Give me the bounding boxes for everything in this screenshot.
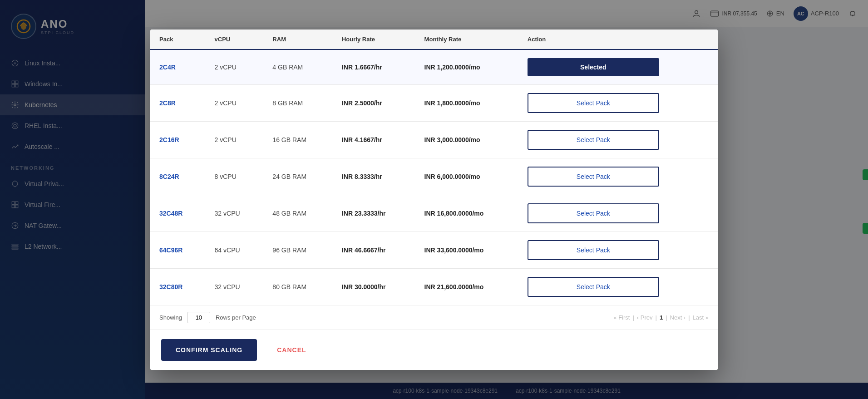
showing-label: Showing: [159, 314, 182, 321]
pack-name-4: 32C48R: [159, 210, 182, 217]
monthly-6: INR 21,600.0000/mo: [424, 283, 484, 291]
selected-button-0[interactable]: Selected: [528, 58, 659, 76]
col-vcpu: vCPU: [206, 30, 264, 49]
table-row: 2C4R 2 vCPU 4 GB RAM INR 1.6667/hr INR 1…: [150, 49, 718, 85]
modal-table-area: Pack vCPU RAM Hourly Rate Monthly Rate A…: [150, 30, 718, 305]
pack-name-0: 2C4R: [159, 64, 176, 71]
vcpu-4: 32 vCPU: [206, 195, 264, 232]
scaling-modal: Pack vCPU RAM Hourly Rate Monthly Rate A…: [150, 30, 718, 370]
table-row: 8C24R 8 vCPU 24 GB RAM INR 8.3333/hr INR…: [150, 158, 718, 195]
confirm-scaling-button[interactable]: CONFIRM SCALING: [161, 339, 257, 361]
table-header-row: Pack vCPU RAM Hourly Rate Monthly Rate A…: [150, 30, 718, 49]
hourly-2: INR 4.1667/hr: [342, 136, 382, 143]
select-pack-button-5[interactable]: Select Pack: [528, 240, 659, 260]
monthly-4: INR 16,800.0000/mo: [424, 210, 484, 217]
monthly-2: INR 3,000.0000/mo: [424, 136, 480, 143]
pack-name-2: 2C16R: [159, 136, 179, 143]
col-pack: Pack: [150, 30, 206, 49]
monthly-0: INR 1,200.0000/mo: [424, 64, 480, 71]
col-hourly: Hourly Rate: [333, 30, 415, 49]
select-pack-button-1[interactable]: Select Pack: [528, 93, 659, 113]
pack-name-6: 32C80R: [159, 283, 182, 291]
pagination-first[interactable]: « First: [613, 314, 630, 321]
hourly-5: INR 46.6667/hr: [342, 246, 386, 254]
select-pack-button-4[interactable]: Select Pack: [528, 203, 659, 223]
hourly-1: INR 2.5000/hr: [342, 99, 382, 107]
ram-0: 4 GB RAM: [263, 49, 333, 85]
ram-1: 8 GB RAM: [263, 84, 333, 121]
select-pack-button-6[interactable]: Select Pack: [528, 277, 659, 297]
pagination-prev[interactable]: ‹ Prev: [637, 314, 653, 321]
ram-5: 96 GB RAM: [263, 232, 333, 268]
pack-name-1: 2C8R: [159, 99, 176, 107]
modal-footer: CONFIRM SCALING CANCEL: [150, 330, 718, 370]
table-row: 2C16R 2 vCPU 16 GB RAM INR 4.1667/hr INR…: [150, 121, 718, 158]
rows-per-page-input[interactable]: [187, 312, 210, 323]
vcpu-0: 2 vCPU: [206, 49, 264, 85]
ram-2: 16 GB RAM: [263, 121, 333, 158]
cancel-button[interactable]: CANCEL: [268, 339, 315, 361]
col-ram: RAM: [263, 30, 333, 49]
vcpu-2: 2 vCPU: [206, 121, 264, 158]
pagination-current: 1: [660, 314, 663, 321]
rows-per-page-label: Rows per Page: [216, 314, 256, 321]
pack-name-5: 64C96R: [159, 246, 182, 254]
hourly-4: INR 23.3333/hr: [342, 210, 386, 217]
packs-table: Pack vCPU RAM Hourly Rate Monthly Rate A…: [150, 30, 718, 305]
vcpu-1: 2 vCPU: [206, 84, 264, 121]
vcpu-5: 64 vCPU: [206, 232, 264, 268]
hourly-6: INR 30.0000/hr: [342, 283, 386, 291]
pagination-next[interactable]: Next ›: [670, 314, 686, 321]
hourly-3: INR 8.3333/hr: [342, 173, 382, 180]
monthly-3: INR 6,000.0000/mo: [424, 173, 480, 180]
table-row: 32C48R 32 vCPU 48 GB RAM INR 23.3333/hr …: [150, 195, 718, 232]
ram-4: 48 GB RAM: [263, 195, 333, 232]
monthly-1: INR 1,800.0000/mo: [424, 99, 480, 107]
pagination-bar: Showing Rows per Page « First | ‹ Prev |…: [150, 305, 718, 330]
select-pack-button-2[interactable]: Select Pack: [528, 130, 659, 150]
table-row: 32C80R 32 vCPU 80 GB RAM INR 30.0000/hr …: [150, 268, 718, 305]
select-pack-button-3[interactable]: Select Pack: [528, 167, 659, 187]
ram-6: 80 GB RAM: [263, 268, 333, 305]
pagination-nav: « First | ‹ Prev | 1 | Next › | Last »: [613, 314, 709, 321]
ram-3: 24 GB RAM: [263, 158, 333, 195]
table-row: 2C8R 2 vCPU 8 GB RAM INR 2.5000/hr INR 1…: [150, 84, 718, 121]
vcpu-6: 32 vCPU: [206, 268, 264, 305]
modal-overlay: Pack vCPU RAM Hourly Rate Monthly Rate A…: [0, 0, 868, 399]
table-row: 64C96R 64 vCPU 96 GB RAM INR 46.6667/hr …: [150, 232, 718, 268]
col-monthly: Monthly Rate: [415, 30, 518, 49]
pagination-last[interactable]: Last »: [693, 314, 709, 321]
vcpu-3: 8 vCPU: [206, 158, 264, 195]
monthly-5: INR 33,600.0000/mo: [424, 246, 484, 254]
pack-name-3: 8C24R: [159, 173, 179, 180]
hourly-0: INR 1.6667/hr: [342, 64, 382, 71]
col-action: Action: [518, 30, 718, 49]
